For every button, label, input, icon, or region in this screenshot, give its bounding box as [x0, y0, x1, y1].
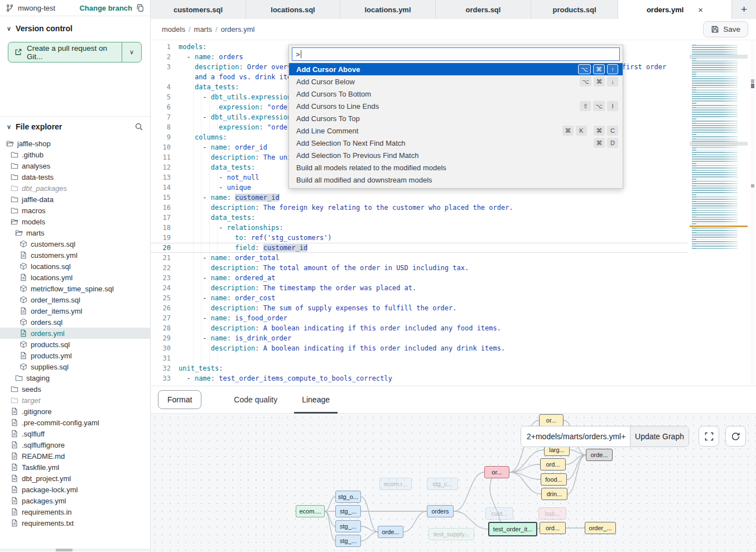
lineage-node[interactable]: or...	[484, 466, 509, 478]
palette-item[interactable]: Build all models related to the modified…	[289, 161, 623, 174]
tree-item--sqlfluffignore[interactable]: .sqlfluffignore	[0, 439, 150, 450]
tree-item-marts[interactable]: marts	[0, 227, 150, 238]
breadcrumb-item[interactable]: models	[162, 25, 185, 33]
lineage-node[interactable]: stg_...	[335, 520, 361, 532]
lineage-node[interactable]: orde...	[586, 449, 613, 461]
tab-locations.sql[interactable]: locations.sql	[246, 0, 340, 19]
change-branch-link[interactable]: Change branch	[79, 4, 132, 12]
tree-item-dbt-project-yml[interactable]: dbt_project.yml	[0, 473, 150, 484]
tree-item-jaffle-shop[interactable]: jaffle-shop	[0, 138, 150, 149]
tab-orders.yml[interactable]: orders.yml×	[618, 0, 732, 19]
version-control-header[interactable]: ∨ Version control	[0, 16, 150, 37]
tree-item-order-items-sql[interactable]: order_items.sql	[0, 294, 150, 305]
search-icon[interactable]	[134, 122, 143, 131]
tree-item-products-sql[interactable]: products.sql	[0, 339, 150, 350]
tree-item-orders-sql[interactable]: orders.sql	[0, 316, 150, 328]
pr-dropdown-caret[interactable]: ∨	[122, 42, 141, 62]
tree-item-requirements-txt[interactable]: requirements.txt	[0, 517, 150, 529]
tree-item-locations-sql[interactable]: locations.sql	[0, 261, 150, 272]
tree-item--github[interactable]: .github	[0, 149, 150, 160]
lineage-node[interactable]: stg_o...	[335, 491, 361, 503]
lineage-node[interactable]: orders	[427, 505, 454, 517]
tree-item--sqlfluff[interactable]: .sqlfluff	[0, 428, 150, 439]
bottom-tab-code-quality[interactable]: Code quality	[226, 386, 285, 414]
tree-item-package-lock-yml[interactable]: package-lock.yml	[0, 484, 150, 495]
lineage-node[interactable]: drin...	[541, 488, 567, 500]
tree-item-jaffle-data[interactable]: jaffle-data	[0, 194, 150, 205]
tree-item-staging[interactable]: staging	[0, 372, 150, 383]
lineage-node[interactable]: ecom.r...	[379, 478, 412, 490]
tree-item-models[interactable]: models	[0, 216, 150, 227]
palette-item[interactable]: Add Cursors to Line Ends⇧⌥I	[289, 100, 623, 112]
tree-item--gitignore[interactable]: .gitignore	[0, 406, 150, 417]
lineage-node[interactable]: test_order_it...	[488, 522, 537, 536]
tree-item-requirements-in[interactable]: requirements.in	[0, 506, 150, 517]
tree-item-readme-md[interactable]: README.md	[0, 450, 150, 462]
fullscreen-button[interactable]	[699, 426, 719, 447]
lineage-node[interactable]: ord...	[540, 522, 566, 534]
tree-item-dbt-packages[interactable]: dbt_packages	[0, 183, 150, 194]
tree-item-metricflow-time-spine-sql[interactable]: metricflow_time_spine.sql	[0, 283, 150, 294]
lineage-node[interactable]: cust...	[485, 507, 513, 520]
graph-selector-input[interactable]: 2+models/marts/orders.yml+	[521, 426, 630, 447]
palette-item[interactable]: Build all modified and downstream models	[289, 174, 623, 186]
lineage-node[interactable]: order_...	[585, 522, 616, 534]
palette-item[interactable]: Add Cursors To Bottom	[289, 88, 623, 100]
new-tab-button[interactable]: +	[732, 0, 756, 19]
scrollbar-thumb[interactable]	[56, 549, 73, 551]
lineage-node[interactable]: test_supply...	[428, 528, 474, 540]
lineage-node[interactable]: ord...	[540, 458, 566, 471]
lineage-node[interactable]: orde...	[378, 526, 403, 538]
palette-item[interactable]: Add Cursor Above⌥⌘↑	[289, 63, 623, 75]
tree-item--pre-commit-config-yaml[interactable]: .pre-commit-config.yaml	[0, 417, 150, 428]
breadcrumb-item[interactable]: orders.yml	[221, 25, 255, 33]
tab-locations.yml[interactable]: locations.yml	[340, 0, 436, 19]
tree-item-products-yml[interactable]: products.yml	[0, 350, 150, 361]
close-tab-icon[interactable]: ×	[698, 5, 703, 15]
lineage-node[interactable]: stg_...	[335, 505, 361, 517]
lineage-node[interactable]: ecom....	[296, 505, 325, 517]
palette-item[interactable]: Add Selection To Previous Find Match	[289, 149, 623, 161]
code-editor[interactable]: 1models:2 - name: orders3 description: O…	[151, 40, 756, 386]
tree-item-packages-yml[interactable]: packages.yml	[0, 495, 150, 506]
command-palette-input[interactable]: >	[292, 47, 620, 61]
tree-item-order-items-yml[interactable]: order_items.yml	[0, 305, 150, 316]
save-button[interactable]: Save	[703, 21, 748, 37]
lineage-node[interactable]: stg_...	[335, 535, 361, 547]
tree-item-data-tests[interactable]: data-tests	[0, 171, 150, 183]
lineage-node[interactable]: food...	[541, 473, 567, 486]
refresh-button[interactable]	[725, 426, 746, 447]
palette-item[interactable]: Add Cursor Below⌥⌘↓	[289, 75, 623, 88]
tab-products.sql[interactable]: products.sql	[531, 0, 618, 19]
tree-item-customers-yml[interactable]: customers.yml	[0, 249, 150, 261]
tree-item-target[interactable]: target	[0, 395, 150, 406]
lineage-canvas[interactable]: or...larg...ord...food...drin...or...ord…	[151, 414, 756, 552]
minimap[interactable]	[692, 45, 748, 250]
tree-item-supplies-sql[interactable]: supplies.sql	[0, 361, 150, 372]
tree-item-locations-yml[interactable]: locations.yml	[0, 272, 150, 283]
tree-item-seeds[interactable]: seeds	[0, 383, 150, 395]
tree-item-orders-yml[interactable]: orders.yml	[0, 328, 150, 339]
bottom-tab-lineage[interactable]: Lineage	[294, 386, 338, 414]
tab-customers.sql[interactable]: customers.sql	[151, 0, 246, 19]
palette-item[interactable]: Add Selection To Next Find Match⌘D	[289, 137, 623, 149]
tree-item-macros[interactable]: macros	[0, 205, 150, 216]
file-explorer-header[interactable]: ∨ File explorer	[0, 117, 150, 136]
lineage-node[interactable]: or...	[539, 414, 564, 426]
tree-item-analyses[interactable]: analyses	[0, 160, 150, 171]
tab-orders.sql[interactable]: orders.sql	[436, 0, 531, 19]
code-line: 29 - name: is_drink_order	[151, 333, 687, 343]
lineage-node[interactable]: stg_c...	[427, 478, 458, 490]
editor-scrollbar[interactable]	[750, 40, 755, 386]
copy-icon[interactable]	[136, 4, 145, 12]
tree-item-taskfile-yml[interactable]: Taskfile.yml	[0, 462, 150, 473]
create-pr-button[interactable]: Create a pull request on Git... ∨	[8, 42, 142, 63]
palette-item[interactable]: Add Line Comment⌘K⌘C	[289, 124, 623, 137]
tree-item-customers-sql[interactable]: customers.sql	[0, 238, 150, 249]
lineage-node[interactable]: cus...	[538, 507, 566, 520]
palette-item[interactable]: Add Cursors To Top	[289, 112, 623, 124]
format-button[interactable]: Format	[158, 390, 201, 409]
update-graph-button[interactable]: Update Graph	[630, 426, 688, 447]
sidebar-horizontal-scrollbar[interactable]	[0, 549, 150, 551]
breadcrumb-item[interactable]: marts	[194, 25, 213, 33]
